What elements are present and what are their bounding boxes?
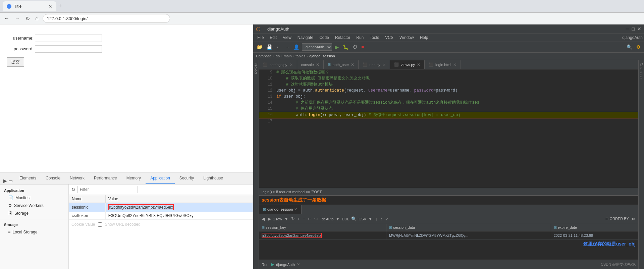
password-input[interactable] [35,45,102,53]
run-close[interactable]: ✕ [297,262,300,267]
tab-performance[interactable]: Performance [89,173,122,184]
col-session-key: ⊞ session_key [259,224,386,231]
db-tab-close[interactable]: ✕ [294,207,297,212]
db-session-data-cell: MWRjNzM5YmNkZDFiY2M5YWMxZTgzZGQy... [386,231,551,240]
tab-console[interactable]: Console [41,173,65,184]
menu-tools[interactable]: Tools [367,35,382,41]
tab-lighthouse[interactable]: Lighthouse [199,173,228,184]
menu-edit[interactable]: Edit [267,35,279,41]
tab-close-urls[interactable]: ✕ [382,62,386,67]
url-input[interactable] [43,14,170,23]
db-rows-down[interactable]: ▼ [283,216,289,222]
maximize-button[interactable]: □ [632,26,635,32]
db-table-row[interactable]: ir2bdfdtyo2sdw2arl2ampzv4aed6elx MWRjNzM… [259,231,638,240]
folder-btn[interactable]: 📁 [255,44,264,50]
back-button[interactable]: ← [3,15,11,22]
db-upload[interactable]: ↑ [379,216,383,222]
stop-btn[interactable]: ■ [360,44,365,50]
refresh-button[interactable]: ↻ [24,15,31,22]
submit-button[interactable]: 提交 [7,57,24,67]
tab-console[interactable]: console ✕ [297,60,324,69]
table-row[interactable]: csrftoken E3QUmQo82YnoB6rYBL3tEQv9H97fGw… [69,212,253,220]
db-collapse[interactable]: ≫ [630,216,636,222]
tab-settings[interactable]: ⬛ settings.py ✕ [259,60,297,69]
menu-vcs[interactable]: VCS [382,35,396,41]
menu-file[interactable]: File [255,35,266,41]
devtools-inspect-button[interactable]: ▶ [3,177,8,184]
csv-down[interactable]: ▼ [368,216,373,222]
forward-button[interactable]: → [13,15,21,22]
db-refresh[interactable]: ↻ [290,216,296,222]
tab-security[interactable]: Security [175,173,199,184]
tab-elements[interactable]: Elements [15,173,41,184]
local-storage-icon: ≡ [8,229,11,234]
menu-view[interactable]: View [280,35,294,41]
refresh-storage-button[interactable]: ↻ [71,187,75,192]
user-btn[interactable]: 👤 [292,44,301,50]
home-button[interactable]: ⌂ [34,15,40,22]
tab-application[interactable]: Application [146,173,175,184]
username-input[interactable] [35,35,102,42]
code-line-13: 13 if user_obj: [259,94,638,100]
settings-btn[interactable]: ⚙ [635,44,642,50]
db-back-btn[interactable]: ◀ [261,216,266,222]
run-btn[interactable]: ▶ [333,43,340,51]
db-download[interactable]: ↓ [375,216,378,222]
tab-close-auth[interactable]: ✕ [351,62,354,67]
menu-help[interactable]: Help [417,35,431,41]
sidebar-item-service-workers[interactable]: ⚙ Service Workers [0,202,68,209]
db-redo[interactable]: ↪ [314,216,319,222]
menu-navigate[interactable]: Navigate [295,35,316,41]
login-form: username: password: 提交 [7,35,246,67]
tab-urls[interactable]: ⬛ urls.py ✕ [359,60,390,69]
db-search[interactable]: 🔍 [351,216,357,222]
close-button[interactable]: ✕ [637,26,641,32]
filter-input[interactable] [77,186,138,193]
ide-toolbar: 📁 💾 ← → 👤 djangoAuth ▶ 🐛 ⏱ ■ 🔍 ⚙ [253,42,644,53]
db-forward-btn[interactable]: ▶ [267,216,272,222]
show-url-decoded-checkbox[interactable] [98,222,102,227]
db-remove[interactable]: − [302,216,306,222]
tab-close-console[interactable]: ✕ [316,62,319,67]
tab-close-views[interactable]: ✕ [417,62,420,67]
devtools-device-button[interactable]: ▭ [8,177,13,184]
debug-btn[interactable]: 🐛 [341,44,350,50]
tab-close-login[interactable]: ✕ [453,62,457,67]
back-nav-btn[interactable]: ← [275,44,282,50]
html-icon: ⬛ [429,62,433,67]
db-add[interactable]: + [297,216,301,222]
browser-tab[interactable]: Title ✕ [3,1,56,11]
menu-code[interactable]: Code [317,35,332,41]
project-dropdown[interactable]: djangoAuth [302,43,332,51]
tab-login-html[interactable]: ⬛ login.html ✕ [425,60,461,69]
menu-window[interactable]: Window [397,35,417,41]
ide-window-controls: ─ □ ✕ [626,26,641,32]
sidebar-item-local-storage[interactable]: ≡ Local Storage [0,228,68,236]
menu-refactor[interactable]: Refactor [332,35,353,41]
db-table-icon: ⊞ [263,207,266,212]
tab-auth-user[interactable]: ⊞ auth_user ✕ [324,60,359,69]
tab-memory[interactable]: Memory [122,173,146,184]
sidebar-item-storage[interactable]: 🗄 Storage [0,209,68,217]
sidebar-item-manifest[interactable]: 📄 Manifest [0,194,68,202]
row-value: E3QUmQo82YnoB6rYBL3tEQv9H97fGw0SOxy [105,212,253,220]
forward-nav-btn[interactable]: → [283,44,291,50]
save-btn[interactable]: 💾 [265,44,273,50]
tab-close-settings[interactable]: ✕ [289,62,293,67]
col-expire-date: ⊞ expire_date [551,224,638,231]
db-tab-session[interactable]: ⊞ django_session ✕ [259,205,302,214]
tab-network[interactable]: Network [65,173,89,184]
manifest-label: Manifest [15,196,31,200]
tab-close-icon[interactable]: ✕ [48,4,52,9]
new-tab-button[interactable]: + [57,3,63,10]
db-undo[interactable]: ↩ [307,216,312,222]
search-btn[interactable]: 🔍 [625,44,634,50]
username-label: username: [7,36,34,41]
table-row[interactable]: sessionid ir2bdfdtyo2sdw2arl2ampzv4aed6e… [69,203,253,212]
tx-down[interactable]: ▼ [335,216,340,222]
tab-views[interactable]: ⬛ views.py ✕ [390,60,425,69]
menu-run[interactable]: Run [354,35,366,41]
db-expand[interactable]: ⤢ [384,216,389,222]
coverage-btn[interactable]: ⏱ [351,44,359,50]
minimize-button[interactable]: ─ [626,26,629,32]
